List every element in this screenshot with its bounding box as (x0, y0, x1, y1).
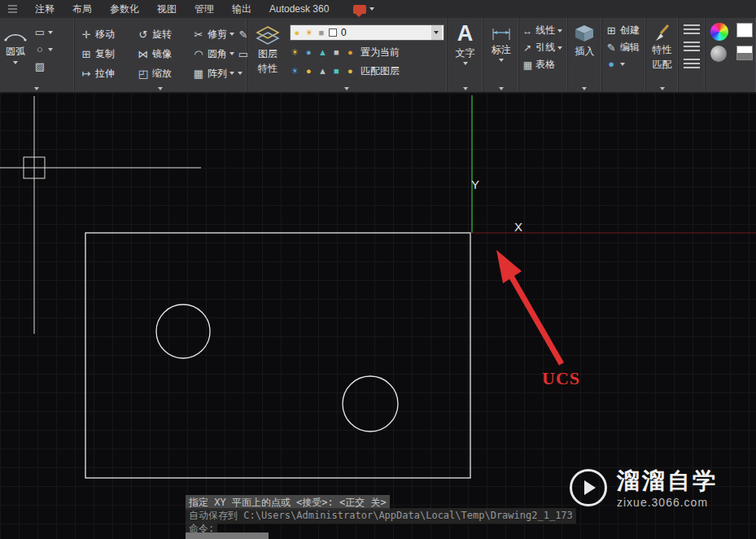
layers-icon (256, 25, 280, 46)
panel-annotation-tools: ↔ 线性 ↗ 引线 ▦ 表格 (519, 18, 567, 92)
copy-icon: ⊞ (80, 48, 93, 60)
menu-tab-manage[interactable]: 管理 (194, 2, 214, 16)
layer-state-icon: ● (345, 66, 356, 76)
insert-block-icon[interactable] (574, 24, 595, 43)
chat-bubble-icon (353, 5, 366, 14)
layer-color-swatch-icon (329, 28, 337, 37)
layer-properties-button[interactable]: 图层 特性 (250, 21, 286, 89)
layer-state-icon: ▲ (317, 66, 328, 76)
scale-label: 缩放 (152, 67, 172, 81)
material-sphere-icon[interactable] (710, 46, 727, 62)
table-icon: ▦ (522, 59, 533, 71)
stretch-icon: ↦ (80, 68, 93, 80)
white-swatch-icon[interactable] (736, 23, 753, 37)
match-properties-brush-icon[interactable] (653, 23, 672, 42)
linear-dimension-button[interactable]: ↔ 线性 (522, 24, 564, 37)
array-button[interactable]: ▦ 阵列 (192, 67, 238, 81)
drawing-area[interactable]: Y X UCS 指定 XY 平面上的点或 <接受>: <正交 关> 自动保存到 … (0, 93, 756, 539)
menu-tab-view[interactable]: 视图 (157, 2, 177, 16)
watermark-texts: 溜溜自学 zixue.3066.com (617, 469, 718, 509)
panel-list-views (679, 18, 706, 92)
arc-label: 圆弧 (6, 45, 25, 59)
color-wheel-icon[interactable] (710, 23, 728, 41)
layer-label-line1: 图层 (258, 47, 277, 61)
drawn-circle-1[interactable] (156, 305, 210, 358)
text-label: 文字 (456, 46, 475, 60)
list-view-icon[interactable] (684, 59, 700, 70)
layer-state-icon: ● (304, 66, 314, 76)
drawn-rectangle[interactable] (85, 233, 470, 478)
chevron-down-icon (463, 62, 468, 65)
chevron-down-icon (557, 46, 562, 50)
leader-button[interactable]: ↗ 引线 (522, 41, 564, 55)
stretch-label: 拉伸 (95, 67, 115, 81)
draw-extra-tools: ▭ ○ ▨ (33, 21, 53, 89)
fillet-button[interactable]: ◠ 圆角 (192, 47, 238, 61)
chevron-down-icon (13, 61, 18, 64)
rotate-button[interactable]: ↺ 旋转 (137, 28, 192, 42)
mirror-button[interactable]: ⋈ 镜像 (137, 47, 192, 61)
stretch-button[interactable]: ↦ 拉伸 (80, 67, 137, 81)
list-view-icon[interactable] (684, 42, 700, 53)
panel-text: A 文字 (448, 18, 483, 92)
layer-dropdown[interactable]: ● ☀ ■ 0 (290, 24, 444, 41)
linear-icon: ↔ (522, 25, 533, 37)
play-triangle-icon (584, 480, 596, 495)
trim-button[interactable]: ✂ 修剪 (192, 28, 238, 42)
feedback-bubble-button[interactable] (353, 5, 374, 14)
chevron-down-icon (229, 72, 234, 75)
chevron-down-icon (229, 52, 234, 55)
annotation-arrow-head (496, 250, 522, 283)
sun-icon: ☀ (304, 28, 314, 38)
x-axis-label: X (514, 220, 522, 234)
chevron-down-icon (620, 63, 625, 66)
move-icon: ✛ (80, 28, 93, 41)
menu-tab-autodesk360[interactable]: Autodesk 360 (269, 3, 329, 15)
bulb-on-icon: ● (292, 28, 302, 37)
chevron-down-icon (499, 59, 504, 62)
dimension-label: 标注 (492, 43, 511, 57)
match-layer-button[interactable]: ☀ ● ▲ ■ ● 匹配图层 (290, 64, 444, 78)
table-button[interactable]: ▦ 表格 (522, 58, 564, 72)
copy-label: 复制 (95, 47, 115, 61)
menu-tab-annotate[interactable]: 注释 (35, 2, 55, 16)
edit-label: 编辑 (620, 41, 640, 55)
copy-button[interactable]: ⊞ 复制 (80, 47, 137, 61)
edit-block-button[interactable]: ✎ 编辑 (605, 41, 643, 55)
app-menu-icon[interactable] (8, 5, 17, 14)
dimension-icon[interactable] (491, 24, 512, 42)
block-attributes-button[interactable]: ● (605, 58, 643, 70)
insert-label: 插入 (575, 45, 594, 59)
menu-tab-parametric[interactable]: 参数化 (110, 2, 139, 16)
hatch-tool-button[interactable]: ▨ (33, 60, 53, 72)
layer-state-icon: ● (345, 47, 356, 57)
drawn-circle-2[interactable] (343, 376, 398, 432)
create-block-button[interactable]: ⊞ 创建 (605, 24, 643, 37)
move-label: 移动 (95, 28, 115, 42)
move-button[interactable]: ✛ 移动 (80, 28, 137, 42)
chevron-down-icon (557, 29, 562, 33)
annotation-arrow-shaft (511, 276, 562, 364)
rectangle-tool-button[interactable]: ▭ (33, 26, 53, 38)
scale-icon: ◰ (137, 68, 150, 80)
y-axis-label: Y (471, 177, 479, 191)
circle-tool-button[interactable]: ○ (33, 43, 53, 55)
menu-tab-layout[interactable]: 布局 (72, 2, 92, 16)
table-label: 表格 (535, 58, 555, 72)
arc-tool-button[interactable]: 圆弧 (2, 21, 28, 89)
arc-icon (2, 24, 28, 42)
chevron-down-icon (369, 7, 374, 11)
half-swatch-icon[interactable] (736, 46, 753, 60)
layer-state-icon: ▲ (317, 47, 328, 57)
match-label-line2: 匹配 (653, 58, 672, 72)
text-tool-button[interactable]: A (457, 22, 474, 45)
set-current-layer-button[interactable]: ☀ ● ▲ ■ ● 置为当前 (290, 45, 444, 59)
fillet-icon: ◠ (192, 48, 205, 60)
watermark-logo-icon (570, 469, 607, 506)
command-input-bar[interactable] (186, 532, 269, 539)
list-view-icon[interactable] (684, 24, 700, 36)
hatch-icon: ▨ (33, 60, 46, 72)
menu-tab-output[interactable]: 输出 (232, 2, 251, 16)
layer-state-icon: ● (304, 47, 314, 57)
scale-button[interactable]: ◰ 缩放 (137, 67, 192, 81)
